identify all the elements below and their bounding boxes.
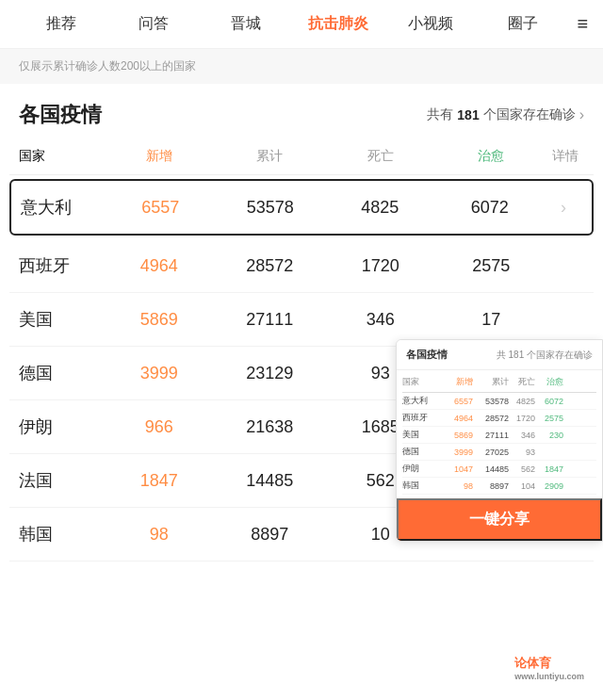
new-cases: 98 (104, 525, 215, 545)
popup-title: 各国疫情 (406, 348, 448, 362)
watermark: 论体育 www.luntiyu.com (514, 655, 584, 681)
table-row[interactable]: 意大利 6557 53578 4825 6072 › (9, 179, 594, 236)
section-header: 各国疫情 共有 181 个国家存在确诊 › (0, 84, 603, 138)
death-cases: 4825 (325, 198, 435, 218)
nav-item-recommend[interactable]: 推荐 (15, 14, 107, 34)
total-cases: 53578 (216, 198, 326, 218)
new-cases: 3999 (104, 364, 215, 383)
ph-recover: 治愈 (535, 376, 563, 388)
new-cases: 966 (104, 417, 215, 437)
meta-prefix: 共有 (427, 106, 453, 123)
subtitle-bar: 仅展示累计确诊人数200以上的国家 (0, 49, 603, 84)
detail-arrow[interactable]: › (545, 198, 582, 218)
section-title: 各国疫情 (19, 101, 102, 129)
death-cases: 346 (325, 310, 436, 330)
header-total: 累计 (215, 148, 326, 165)
header-recover: 治愈 (436, 148, 547, 165)
subtitle-text: 仅展示累计确诊人数200以上的国家 (19, 59, 196, 73)
popup-meta: 共 181 个国家存在确诊 (497, 349, 593, 362)
popup-row: 伊朗 1047 14485 562 1847 (402, 461, 596, 478)
share-button[interactable]: 一键分享 (397, 498, 602, 541)
header-new: 新增 (104, 148, 215, 165)
new-cases: 4964 (104, 256, 215, 276)
country-count: 181 (457, 107, 479, 122)
watermark-brand: 论体育 (514, 655, 584, 672)
country-name: 意大利 (21, 196, 106, 219)
nav-item-circle[interactable]: 圈子 (477, 14, 569, 34)
meta-suffix: 个国家存在确诊 (483, 106, 576, 123)
recover-cases: 2575 (436, 256, 547, 276)
country-name: 西班牙 (19, 254, 104, 277)
popup-header-row: 国家 新增 累计 死亡 治愈 (402, 374, 596, 393)
total-cases: 28572 (215, 256, 326, 276)
total-cases: 23129 (215, 364, 326, 383)
share-popup: 各国疫情 共 181 个国家存在确诊 国家 新增 累计 死亡 治愈 意大利 65… (396, 339, 603, 542)
total-cases: 27111 (215, 310, 326, 330)
ph-country: 国家 (402, 376, 435, 388)
ph-total: 累计 (473, 376, 509, 388)
menu-icon[interactable]: ≡ (569, 13, 588, 35)
total-cases: 14485 (215, 471, 326, 491)
country-name: 伊朗 (19, 415, 104, 438)
header-country: 国家 (19, 148, 104, 165)
section-meta[interactable]: 共有 181 个国家存在确诊 › (427, 106, 584, 123)
recover-cases: 17 (436, 310, 547, 330)
table-header: 国家 新增 累计 死亡 治愈 详情 (9, 138, 594, 175)
watermark-url: www.luntiyu.com (514, 672, 584, 681)
nav-item-epidemic[interactable]: 抗击肺炎 (292, 14, 384, 34)
popup-header: 各国疫情 共 181 个国家存在确诊 (397, 340, 602, 370)
popup-table: 国家 新增 累计 死亡 治愈 意大利 6557 53578 4825 6072 … (397, 370, 602, 498)
chevron-right-icon: › (579, 106, 584, 123)
header-detail: 详情 (546, 148, 584, 165)
nav-item-video[interactable]: 小视频 (384, 14, 477, 34)
country-name: 美国 (19, 308, 104, 331)
popup-row: 西班牙 4964 28572 1720 2575 (402, 410, 596, 427)
header-death: 死亡 (325, 148, 436, 165)
nav-item-jincheng[interactable]: 晋城 (200, 14, 292, 34)
total-cases: 21638 (215, 417, 326, 437)
popup-row: 韩国 98 8897 104 2909 (402, 478, 596, 495)
recover-cases: 6072 (435, 198, 546, 218)
ph-new: 新增 (435, 376, 473, 388)
table-row[interactable]: 西班牙 4964 28572 1720 2575 (9, 239, 594, 293)
new-cases: 5869 (104, 310, 215, 330)
country-name: 法国 (19, 469, 104, 492)
popup-row: 德国 3999 27025 93 (402, 444, 596, 461)
ph-death: 死亡 (509, 376, 535, 388)
country-name: 韩国 (19, 523, 104, 545)
total-cases: 8897 (215, 525, 326, 545)
country-name: 德国 (19, 362, 104, 384)
nav-item-qa[interactable]: 问答 (107, 14, 200, 34)
new-cases: 1847 (104, 471, 215, 491)
new-cases: 6557 (106, 198, 216, 218)
popup-row: 意大利 6557 53578 4825 6072 (402, 393, 596, 410)
popup-row: 美国 5869 27111 346 230 (402, 427, 596, 444)
death-cases: 1720 (325, 256, 436, 276)
top-navigation: 推荐 问答 晋城 抗击肺炎 小视频 圈子 ≡ (0, 0, 603, 49)
